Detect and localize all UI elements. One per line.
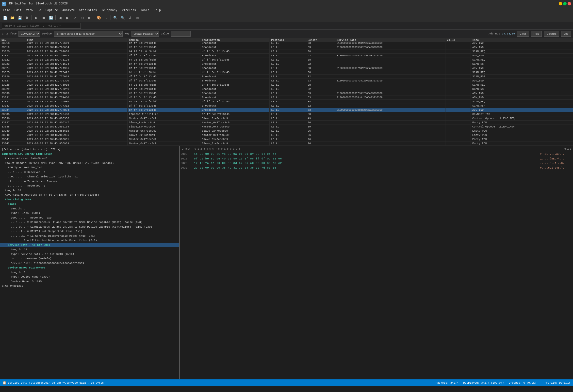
detail-line[interactable]: .... ..1. = LE General Discoverable Mode…	[0, 234, 179, 239]
detail-line[interactable]: ...0 .... = Reserved: 0	[0, 170, 179, 175]
detail-line[interactable]: Advertising Address: df:ff:5c:3f:13:45 (…	[0, 193, 179, 197]
detail-line[interactable]: Type: Device Name (0x09)	[0, 275, 179, 279]
device-select[interactable]: :67 dBm df:ff:5c:3f:13:45 random	[54, 31, 123, 37]
detail-line[interactable]: 0... .... = Reserved: 0	[0, 184, 179, 188]
resize-columns-button[interactable]: ⊞	[134, 14, 141, 21]
table-row[interactable]: 333202024-08-18 22:28:40.76903864:93:63:…	[0, 50, 573, 54]
menu-item-wireless[interactable]: Wireless	[120, 8, 138, 13]
close-button[interactable]	[568, 2, 571, 5]
detail-line[interactable]: [Delta time (start to start): 572µs]	[0, 147, 179, 152]
detail-line[interactable]: Type: Flags (0x01)	[0, 211, 179, 216]
menu-item-tools[interactable]: Tools	[138, 8, 151, 13]
table-row[interactable]: 333232024-08-18 22:28:40.771524df:ff:5c:…	[0, 62, 573, 66]
packet-table-wrapper[interactable]: No. Time Source Destination Protocol Len…	[0, 38, 573, 146]
col-dest[interactable]: Destination	[200, 38, 269, 43]
detail-line[interactable]: UUID 16: Unknown (0xdefa)	[0, 256, 179, 261]
table-row[interactable]: 333392024-08-18 22:28:43.856618Master_0x…	[0, 129, 573, 133]
detail-line[interactable]: Length: 2	[0, 206, 179, 211]
table-row[interactable]: 333312024-08-18 22:28:43.774460df:ff:5c:…	[0, 96, 573, 100]
auto-scroll-button[interactable]: ↓	[103, 14, 109, 21]
hex-panel[interactable]: Offset 0 1 2 3 4 5 6 7 8 9 a b c d e f A…	[180, 146, 573, 379]
detail-line[interactable]: Type: Service Data - 16 bit UUID (0x16)	[0, 252, 179, 257]
restart-button[interactable]: 🔄	[48, 14, 54, 21]
detail-line[interactable]: Length: 18	[0, 247, 179, 252]
detail-line[interactable]: Advertising Data	[0, 197, 179, 202]
table-row[interactable]: 333412024-08-18 22:28:43.906061Master_0x…	[0, 137, 573, 141]
menu-item-edit[interactable]: Edit	[13, 8, 24, 13]
table-row[interactable]: 333362024-08-18 22:28:43.806336Master_0x…	[0, 116, 573, 120]
display-filter-input[interactable]	[2, 23, 81, 29]
stop-capture-button[interactable]: ⏹	[40, 14, 47, 21]
menu-item-telephony[interactable]: Telephony	[99, 8, 119, 13]
table-row[interactable]: 333322024-08-18 22:28:43.77698664:93:63:…	[0, 100, 573, 104]
table-row[interactable]: 333252024-08-18 22:28:42.7754926f:ef:2f:…	[0, 70, 573, 75]
new-button[interactable]: 📄	[1, 14, 8, 21]
start-capture-button[interactable]: ▶	[33, 14, 40, 21]
table-row[interactable]: 333192024-08-18 22:28:40.768634df:ff:5c:…	[0, 45, 573, 50]
help-button[interactable]: Help	[531, 31, 542, 37]
table-row[interactable]: 333292024-08-18 22:28:42.777241df:ff:5c:…	[0, 87, 573, 91]
detail-line[interactable]: Length: 37	[0, 188, 179, 193]
maximize-button[interactable]	[563, 2, 567, 5]
col-len[interactable]: Length	[306, 38, 335, 43]
table-row[interactable]: 333402024-08-18 22:28:43.905936Slave_0x4…	[0, 133, 573, 137]
table-row[interactable]: 333372024-08-18 22:28:43.806347Slave_0x4…	[0, 120, 573, 125]
detail-line[interactable]: .... .1.. = BR/EDR Not Supported: true (…	[0, 229, 179, 234]
zoom-out-button[interactable]: 🔍	[119, 14, 126, 21]
menu-item-file[interactable]: File	[1, 8, 12, 13]
menu-item-help[interactable]: Help	[152, 8, 163, 13]
detail-line[interactable]: .... 0... = Simultaneous LE and BR/EDR t…	[0, 225, 179, 229]
table-row[interactable]: 333342024-08-18 22:28:43.777884df:ff:5c:…	[0, 108, 573, 112]
col-proto[interactable]: Protocol	[270, 38, 306, 43]
interface-select[interactable]: COM28:4.2	[18, 31, 40, 37]
passkey-input[interactable]	[171, 31, 191, 37]
detail-line[interactable]: Packet Header: 0x2540 (PDU Type: ADV_IND…	[0, 161, 179, 166]
detail-line[interactable]: CRC: 0xbe13a8	[0, 284, 179, 289]
table-row[interactable]: 333302024-08-18 22:28:42.777813df:ff:5c:…	[0, 91, 573, 96]
zoom-in-button[interactable]: 🔍	[112, 14, 119, 21]
colorize-button[interactable]: 🎨	[95, 14, 102, 21]
table-row[interactable]: 333222024-08-18 22:28:40.77119864:93:63:…	[0, 58, 573, 62]
go-last-button[interactable]: ⏭	[86, 14, 93, 21]
col-info[interactable]: Info	[471, 38, 573, 43]
menu-item-analyze[interactable]: Analyze	[60, 8, 77, 13]
zoom-reset-button[interactable]: ↺	[126, 14, 133, 21]
table-row[interactable]: 333352024-08-18 22:28:43.778408Espressif…	[0, 112, 573, 116]
menu-item-capture[interactable]: Capture	[44, 8, 60, 13]
col-value[interactable]: Value	[445, 38, 471, 43]
minimize-button[interactable]	[559, 2, 562, 5]
close-capture-button[interactable]: ✖	[24, 14, 31, 21]
col-source[interactable]: Source	[127, 38, 200, 43]
table-row[interactable]: 333262024-08-18 22:28:42.775018df:ff:5c:…	[0, 75, 573, 79]
menu-item-statistics[interactable]: Statistics	[77, 8, 99, 13]
go-back-button[interactable]: ◀	[57, 14, 64, 21]
detail-line[interactable]: Bluetooth Low Energy Link Layer	[0, 152, 179, 156]
defaults-button[interactable]: Defaults	[544, 31, 559, 37]
menu-item-go[interactable]: Go	[36, 8, 43, 13]
col-no[interactable]: No.	[0, 38, 25, 43]
detail-line[interactable]: Length: 8	[0, 270, 179, 275]
detail-line[interactable]: Device Name: 5L1345	[0, 279, 179, 284]
table-row[interactable]: 333282024-08-18 22:28:42.77691664:93:63:…	[0, 83, 573, 87]
table-row[interactable]: 333382024-08-18 22:28:43.856164Slave_0x4…	[0, 125, 573, 129]
detail-line[interactable]: Service Data: 010000000000038d8c2666a032…	[0, 261, 179, 266]
table-row[interactable]: 333272024-08-18 22:28:42.776390df:ff:5c:…	[0, 79, 573, 83]
clear-button[interactable]: Clear	[517, 31, 529, 37]
go-to-packet-button[interactable]: ↗	[72, 14, 78, 21]
save-button[interactable]: 💾	[16, 14, 23, 21]
detail-panel[interactable]: [Delta time (start to start): 572µs]Blue…	[0, 146, 180, 379]
detail-line[interactable]: PDU Type: 0x0 ADV_IND	[0, 165, 179, 170]
table-row[interactable]: 333332024-08-18 22:28:43.777312df:ff:5c:…	[0, 104, 573, 108]
col-time[interactable]: Time	[25, 38, 127, 43]
detail-line[interactable]: .... ...0 = LE Limited Discoverable Mode…	[0, 238, 179, 243]
detail-line[interactable]: ...0 .... = Simultaneous LE and BR/EDR t…	[0, 220, 179, 225]
table-row[interactable]: 333242024-08-18 22:28:42.774966df:ff:5c:…	[0, 66, 573, 70]
detail-line[interactable]: Device Name: 5L1345\000	[0, 266, 179, 270]
key-select[interactable]: Legacy Passkey	[131, 31, 159, 37]
table-row[interactable]: 333422024-08-18 22:28:43.955939Master_0x…	[0, 141, 573, 146]
open-button[interactable]: 📂	[9, 14, 16, 21]
detail-line[interactable]: Access Address: 0x8e09bed6	[0, 156, 179, 161]
go-forward-button[interactable]: ▶	[64, 14, 71, 21]
log-button[interactable]: Log	[561, 31, 571, 37]
detail-line[interactable]: Flags	[0, 202, 179, 206]
